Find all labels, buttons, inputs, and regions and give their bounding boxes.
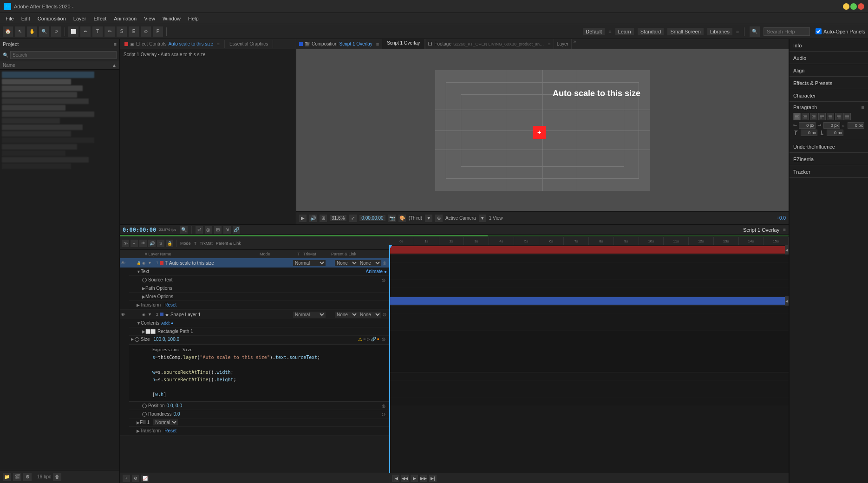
- layer-settings-btn[interactable]: ⚙: [132, 475, 139, 482]
- layer-2-mode[interactable]: Normal: [293, 312, 326, 318]
- home-button[interactable]: 🏠: [3, 26, 13, 37]
- comp-view-options-btn[interactable]: ▼: [425, 215, 432, 222]
- lc-collapse-all[interactable]: «: [131, 240, 138, 247]
- project-item-2[interactable]: [2, 79, 71, 85]
- tsume-input[interactable]: [848, 122, 864, 129]
- new-folder-btn[interactable]: 📁: [3, 473, 11, 481]
- project-item-6[interactable]: [2, 105, 65, 111]
- align-label[interactable]: Align: [793, 66, 864, 74]
- selection-tool[interactable]: ↖: [15, 26, 25, 37]
- ezinertia-label[interactable]: EZinertia: [793, 155, 864, 163]
- rotobrush-tool[interactable]: ⊙: [141, 26, 151, 37]
- align-center-btn[interactable]: [802, 113, 809, 120]
- align-justify-center-btn[interactable]: [827, 113, 834, 120]
- space-after-input[interactable]: [827, 130, 843, 136]
- project-item-10[interactable]: [2, 131, 71, 137]
- tl-tool-2[interactable]: ◎: [205, 226, 212, 234]
- size-expand[interactable]: ▶: [131, 337, 134, 341]
- menu-animation[interactable]: Animation: [110, 15, 140, 22]
- size-value[interactable]: 100.0, 100.0: [153, 337, 179, 342]
- contents-expand[interactable]: [137, 321, 141, 326]
- comp-view-label[interactable]: (Third): [409, 215, 422, 221]
- clone-tool[interactable]: S: [117, 26, 127, 37]
- size-expr-edit[interactable]: ▷: [367, 337, 370, 342]
- align-justify-all-btn[interactable]: [843, 113, 851, 120]
- tl-tool-5[interactable]: 🔗: [233, 226, 240, 234]
- space-before-input[interactable]: [801, 130, 817, 136]
- project-item-4[interactable]: [2, 92, 77, 98]
- paragraph-menu[interactable]: ≡: [861, 104, 864, 110]
- position-value[interactable]: 0.0, 0.0: [167, 403, 182, 408]
- layer-2-expand[interactable]: [148, 312, 152, 317]
- comp-name-link[interactable]: Script 1 Overlay: [339, 41, 372, 46]
- search-icon-btn[interactable]: 🔍: [750, 26, 760, 37]
- align-right-btn[interactable]: [810, 113, 817, 120]
- workspace-learn[interactable]: Learn: [615, 28, 634, 35]
- lc-expand-all[interactable]: ≫: [122, 240, 129, 247]
- indent-before-input[interactable]: [799, 122, 816, 129]
- project-item-5[interactable]: [2, 98, 89, 104]
- align-justify-right-btn[interactable]: [835, 113, 842, 120]
- comp-audio-btn[interactable]: 🔊: [309, 215, 317, 222]
- ec-tab-menu[interactable]: ≡: [217, 41, 220, 46]
- lc-toggle-lock[interactable]: 🔒: [166, 240, 173, 247]
- text-expand[interactable]: [137, 269, 141, 274]
- tab-effect-controls[interactable]: ▣ Effect Controls Auto scale to this siz…: [120, 40, 225, 48]
- layer-1-expand[interactable]: [148, 261, 152, 265]
- project-item-12[interactable]: [2, 144, 77, 150]
- transform-expand[interactable]: [137, 303, 140, 307]
- delete-btn[interactable]: 🗑: [53, 473, 61, 481]
- layer-add-btn[interactable]: +: [123, 475, 130, 482]
- rotate-tool[interactable]: ↺: [51, 26, 61, 37]
- layer-graph-btn[interactable]: 📈: [141, 475, 149, 482]
- zoom-tool[interactable]: 🔍: [39, 26, 49, 37]
- contents-add-btn[interactable]: Add: ●: [161, 321, 173, 326]
- fill-expand[interactable]: [137, 420, 140, 425]
- under-influence-label[interactable]: UndertheInfluence: [793, 142, 864, 150]
- layer-1-mode[interactable]: Normal: [293, 260, 326, 266]
- layer-2-vis[interactable]: 👁: [121, 312, 125, 317]
- timeline-search-btn[interactable]: 🔍: [180, 226, 188, 234]
- project-item-9[interactable]: [2, 124, 83, 130]
- auto-open-checkbox[interactable]: [816, 28, 822, 34]
- tl-prev-frame[interactable]: ◀◀: [401, 475, 409, 482]
- tl-goto-start[interactable]: |◀: [392, 475, 399, 482]
- new-composition-btn[interactable]: 🎬: [13, 473, 21, 481]
- eraser-tool[interactable]: E: [129, 26, 139, 37]
- layer-1-main-row[interactable]: 👁 🔒 ◉ 1 T Auto scale to this size: [120, 258, 389, 268]
- path-options-expand[interactable]: [142, 286, 145, 291]
- effects-presets-label[interactable]: Effects & Presets: [793, 78, 864, 87]
- text-tool[interactable]: T: [92, 26, 103, 37]
- footage-menu[interactable]: ≡: [548, 41, 551, 46]
- align-justify-left-btn[interactable]: [818, 113, 826, 120]
- workspace-standard[interactable]: Standard: [638, 28, 664, 35]
- project-panel-menu[interactable]: ≡: [114, 41, 117, 47]
- menu-effect[interactable]: Effect: [90, 15, 110, 22]
- position-stopwatch[interactable]: [142, 404, 147, 408]
- window-controls[interactable]: [843, 3, 864, 10]
- project-item-15[interactable]: [2, 163, 71, 169]
- tl-tool-1[interactable]: ⇌: [196, 226, 203, 234]
- tl-next-frame[interactable]: ▶▶: [420, 475, 427, 482]
- workspace-small-screen[interactable]: Small Screen: [667, 28, 703, 35]
- comp-show-channel-btn[interactable]: 🎨: [398, 215, 406, 222]
- puppet-tool[interactable]: P: [153, 26, 163, 37]
- comp-render-btn[interactable]: ⊕: [435, 215, 443, 222]
- hand-tool[interactable]: ✋: [27, 26, 37, 37]
- minimize-button[interactable]: [843, 3, 849, 10]
- tl-tool-4[interactable]: ⇲: [223, 226, 231, 234]
- tl-goto-end[interactable]: ▶|: [429, 475, 437, 482]
- zoom-level[interactable]: 31.6%: [330, 215, 346, 221]
- pen-tool[interactable]: ✒: [80, 26, 91, 37]
- layer-1-collapse[interactable]: ◉: [142, 261, 148, 265]
- layer-1-parent[interactable]: None: [358, 260, 381, 266]
- maximize-button[interactable]: [850, 3, 857, 10]
- project-item-13[interactable]: [2, 150, 65, 156]
- transform-reset-btn[interactable]: Reset: [164, 302, 176, 307]
- project-item-8[interactable]: [2, 118, 60, 124]
- roundness-value[interactable]: 0.0: [174, 411, 180, 417]
- project-item-14[interactable]: [2, 157, 89, 163]
- fill-mode-sel[interactable]: Normal: [153, 419, 178, 425]
- workspace-more[interactable]: »: [736, 29, 739, 34]
- close-button[interactable]: [858, 3, 864, 10]
